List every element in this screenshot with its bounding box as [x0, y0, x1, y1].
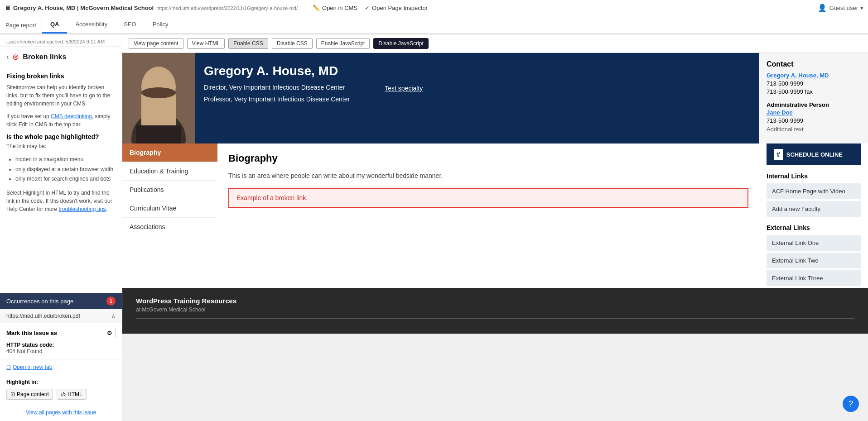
view-html-button[interactable]: View HTML [187, 38, 225, 49]
main-layout: Last checked and cached: 5/8/2024 9:11 A… [0, 34, 868, 421]
back-button[interactable]: ‹ [6, 53, 9, 61]
nav-item-associations[interactable]: Associations [122, 218, 217, 236]
internal-link-0[interactable]: ACF Home Page with Video [767, 183, 861, 199]
fixing-p2-text: If you have set up [6, 113, 51, 120]
right-sidebar: # SCHEDULE ONLINE Internal Links ACF Hom… [759, 144, 868, 288]
internal-links-heading: Internal Links [767, 172, 861, 180]
issue-section: Mark this Issue as ⚙ HTTP status code: 4… [0, 323, 122, 359]
tab-accessibility[interactable]: Accessibility [67, 16, 116, 33]
highlighted-list: hidden in a navigation menu only display… [6, 155, 116, 184]
html-icon: ‹/› [61, 391, 66, 397]
biography-content: Biography This is an area where people c… [217, 144, 759, 288]
content-area: View page content View HTML Enable CSS D… [122, 34, 868, 421]
broken-link-box[interactable]: Example of a broken link. [228, 188, 748, 208]
occurrences-badge: 1 [106, 297, 116, 306]
troubleshooting-link[interactable]: troubleshooting tips [58, 206, 106, 212]
admin-phone: 713-500-9999 [767, 117, 861, 124]
nav-item-education[interactable]: Education & Training [122, 162, 217, 181]
page-icon-small: ⊡ [10, 391, 15, 397]
open-tab-label[interactable]: Open in new tab [13, 364, 52, 370]
http-status-value: 404 Not Found [6, 348, 116, 354]
highlight-page-label: Page content [17, 391, 49, 397]
disable-css-button[interactable]: Disable CSS [272, 38, 313, 49]
occurrences-bar: Occurrences on this page 1 [0, 293, 122, 309]
tab-seo[interactable]: SEO [116, 16, 144, 33]
last-checked-text: Last checked and cached: 5/8/2024 9:11 A… [6, 39, 105, 44]
error-icon: ⊗ [12, 52, 19, 62]
schedule-button[interactable]: # SCHEDULE ONLINE [767, 144, 861, 165]
admin-name[interactable]: Jane Doe [767, 109, 861, 116]
profile-photo [122, 53, 195, 144]
profile-title1: Director, Very Important Infectious Dise… [204, 84, 345, 91]
nav-item-curriculum[interactable]: Curriculum Vitae [122, 199, 217, 218]
user-label: Guest user [829, 5, 858, 11]
broken-links-title: Broken links [23, 53, 66, 61]
svg-rect-3 [141, 94, 176, 130]
mark-issue-label: Mark this Issue as [6, 330, 57, 336]
external-link-1[interactable]: External Link Two [767, 253, 861, 268]
fixing-title: Fixing broken links [6, 72, 116, 80]
tab-policy[interactable]: Policy [145, 16, 177, 33]
view-page-content-button[interactable]: View page content [129, 38, 183, 49]
page-footer: WordPress Training Resources at McGovern… [122, 288, 868, 334]
admin-label: Administrative Person [767, 101, 861, 108]
test-specialty-link[interactable]: Test specialty [385, 85, 423, 92]
internal-link-1[interactable]: Add a new Faculty [767, 201, 861, 217]
highlight-html-label: HTML [68, 391, 82, 397]
divider [305, 4, 305, 13]
hash-icon: # [774, 149, 783, 160]
enable-js-button[interactable]: Enable JavaScript [316, 38, 370, 49]
open-cms-button[interactable]: ✏️ Open in CMS [313, 5, 357, 11]
highlighted-desc: The link may be: [6, 142, 116, 150]
disable-js-button[interactable]: Disable JavaScript [373, 38, 428, 49]
schedule-label: SCHEDULE ONLINE [786, 151, 843, 158]
chevron-down-icon: ▾ [860, 5, 863, 11]
highlight-section: Highlight in: ⊡ Page content ‹/› HTML [0, 375, 122, 403]
cms-deeplink[interactable]: CMS deeplinking [51, 113, 92, 120]
page-toolbar: View page content View HTML Enable CSS D… [122, 34, 868, 53]
highlight-page-button[interactable]: ⊡ Page content [6, 389, 53, 400]
highlighted-title: Is the whole page highlighted? [6, 133, 116, 140]
external-link-icon: ⬡ [6, 364, 11, 370]
left-sidebar: Last checked and cached: 5/8/2024 9:11 A… [0, 34, 122, 421]
profile-header: Gregory A. House, MD Director, Very Impo… [122, 53, 868, 144]
nav-item-publications[interactable]: Publications [122, 181, 217, 199]
gear-button[interactable]: ⚙ [104, 328, 116, 338]
page-url-topbar: https://med.uth.edu/wordpress/2022/11/16… [156, 5, 298, 11]
sidebar-content: Fixing broken links Siteimprove can help… [0, 66, 122, 293]
nav-item-biography[interactable]: Biography [122, 144, 217, 162]
help-button[interactable]: ? [843, 396, 859, 412]
select-highlight-text: Select Highlight in HTML to try and find… [6, 189, 116, 213]
tab-qa[interactable]: QA [42, 16, 68, 33]
user-menu[interactable]: 👤 Guest user ▾ [818, 4, 863, 12]
url-row[interactable]: https://med.uth.edu/broken.pdf ∧ [0, 309, 122, 323]
highlight-html-button[interactable]: ‹/› HTML [57, 389, 87, 400]
external-link-0[interactable]: External Link One [767, 235, 861, 251]
contact-phone2: 713-500-9999 fax [767, 88, 861, 95]
view-all-label[interactable]: View all pages with this issue [26, 409, 96, 416]
page-preview: Gregory A. House, MD Director, Very Impo… [122, 53, 868, 334]
open-inspector-label: Open Page Inspector [372, 5, 428, 11]
external-link-2[interactable]: External Link Three [767, 270, 861, 286]
open-in-new-tab-link[interactable]: ⬡ Open in new tab [6, 364, 116, 370]
chevron-up-icon[interactable]: ∧ [111, 313, 116, 319]
check-icon: ✓ [365, 5, 370, 11]
svg-point-4 [141, 87, 176, 98]
top-bar-actions: ✏️ Open in CMS ✓ Open Page Inspector [313, 5, 810, 11]
list-item: hidden in a navigation menu [15, 155, 116, 165]
open-cms-label: Open in CMS [322, 5, 357, 11]
contact-phone1: 713-500-9999 [767, 80, 861, 87]
contact-name[interactable]: Gregory A. House, MD [767, 72, 861, 79]
page-report-label: Page report [0, 16, 42, 33]
profile-info: Gregory A. House, MD Director, Very Impo… [195, 53, 759, 144]
enable-css-button[interactable]: Enable CSS [228, 38, 268, 49]
external-links-heading: External Links [767, 224, 861, 231]
page-title-topbar: Gregory A. House, MD | McGovern Medical … [13, 5, 154, 11]
broken-link-text: Example of a broken link. [236, 194, 308, 201]
page-nav-sidebar: Biography Education & Training Publicati… [122, 144, 217, 288]
fixing-p1: Siteimprove can help you identify broken… [6, 83, 116, 108]
open-inspector-button[interactable]: ✓ Open Page Inspector [365, 5, 428, 11]
fixing-p2: If you have set up CMS deeplinking, simp… [6, 112, 116, 129]
view-all-link[interactable]: View all pages with this issue [0, 403, 122, 421]
page-info: 🖥 Gregory A. House, MD | McGovern Medica… [5, 5, 298, 11]
